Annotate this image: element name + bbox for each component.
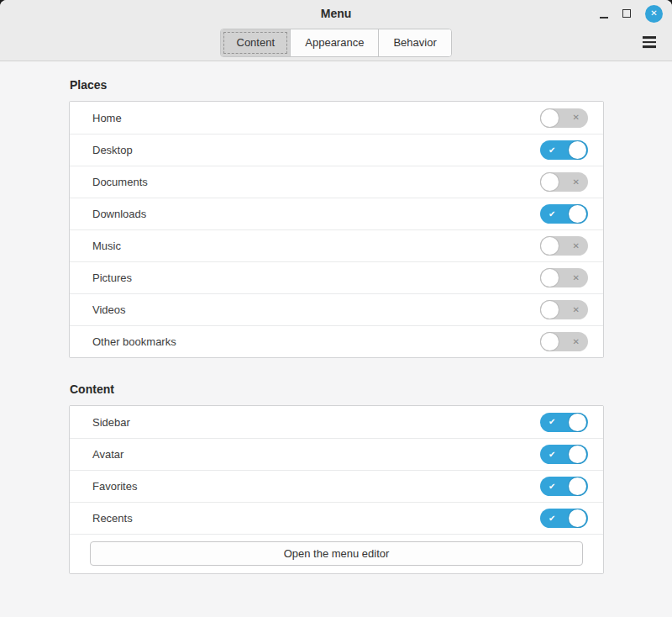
maximize-icon (622, 9, 631, 18)
settings-row: Music ✔ ✕ (70, 229, 603, 261)
toggle-switch[interactable]: ✔ ✕ (540, 172, 588, 192)
row-label: Music (92, 240, 121, 252)
settings-window: Menu ✕ Content Appearance Behavior (0, 0, 672, 617)
check-icon: ✔ (549, 451, 555, 459)
window-controls: ✕ (600, 0, 663, 27)
settings-row: Videos ✔ ✕ (70, 293, 603, 325)
open-menu-editor-button[interactable]: Open the menu editor (90, 541, 583, 566)
cross-icon: ✕ (573, 274, 580, 282)
toggle-switch[interactable]: ✔ ✕ (540, 300, 588, 319)
hamburger-icon (643, 36, 656, 39)
titlebar[interactable]: Menu ✕ (0, 0, 672, 27)
toggle-switch[interactable]: ✔ ✕ (540, 477, 588, 496)
settings-row: Pictures ✔ ✕ (70, 261, 603, 293)
switch-knob (569, 414, 586, 431)
section-heading: Content (70, 382, 604, 396)
row-label: Avatar (92, 448, 123, 461)
places-list: Home ✔ ✕ Desktop ✔ ✕ Documents ✔ ✕ Downl… (69, 101, 604, 358)
headerbar: Menu ✕ Content Appearance Behavior (0, 0, 672, 61)
tab-content[interactable]: Content (221, 29, 290, 56)
switch-knob (541, 173, 559, 191)
switch-knob (569, 509, 586, 527)
row-label: Documents (92, 176, 148, 188)
settings-row: Recents ✔ ✕ (70, 502, 603, 534)
tab-switcher-row: Content Appearance Behavior (0, 27, 672, 61)
section-content: Content Sidebar ✔ ✕ Avatar ✔ ✕ Favorites… (69, 382, 604, 574)
toggle-switch[interactable]: ✔ ✕ (540, 204, 588, 224)
settings-row: Other bookmarks ✔ ✕ (70, 325, 603, 357)
tab-behavior[interactable]: Behavior (378, 29, 450, 56)
switch-knob (541, 237, 559, 255)
check-icon: ✔ (549, 483, 555, 491)
settings-row: Desktop ✔ ✕ (70, 134, 603, 166)
settings-row: Sidebar ✔ ✕ (70, 406, 603, 438)
row-label: Favorites (92, 480, 137, 493)
switch-knob (569, 141, 586, 159)
row-label: Desktop (92, 144, 133, 156)
switch-knob (569, 446, 586, 463)
switch-knob (541, 333, 559, 351)
check-icon: ✔ (549, 210, 555, 219)
switch-knob (541, 269, 559, 287)
check-icon: ✔ (549, 146, 555, 155)
settings-row: Downloads ✔ ✕ (70, 198, 603, 229)
section-places: Places Home ✔ ✕ Desktop ✔ ✕ Documents ✔ … (69, 78, 604, 358)
check-icon: ✔ (549, 514, 555, 523)
settings-row: Documents ✔ ✕ (70, 166, 603, 198)
row-label: Pictures (92, 272, 132, 284)
close-icon: ✕ (650, 9, 657, 18)
toggle-switch[interactable]: ✔ ✕ (540, 332, 588, 351)
toggle-switch[interactable]: ✔ ✕ (540, 509, 588, 528)
switch-knob (569, 205, 586, 223)
switch-knob (541, 109, 559, 127)
toggle-switch[interactable]: ✔ ✕ (540, 108, 588, 128)
row-label: Downloads (92, 208, 146, 220)
cross-icon: ✕ (573, 242, 580, 250)
toggle-switch[interactable]: ✔ ✕ (540, 140, 588, 160)
row-label: Sidebar (92, 416, 130, 429)
tab-appearance[interactable]: Appearance (290, 29, 378, 56)
cross-icon: ✕ (573, 178, 580, 187)
check-icon: ✔ (549, 418, 555, 426)
close-button[interactable]: ✕ (645, 5, 663, 23)
cross-icon: ✕ (573, 338, 580, 346)
switch-knob (569, 477, 586, 495)
tab-switcher: Content Appearance Behavior (220, 29, 451, 57)
settings-row: Home ✔ ✕ (70, 102, 603, 134)
row-label: Other bookmarks (92, 335, 176, 348)
toggle-switch[interactable]: ✔ ✕ (540, 236, 588, 256)
minimize-icon (600, 12, 608, 18)
toggle-switch[interactable]: ✔ ✕ (540, 268, 588, 287)
cross-icon: ✕ (573, 113, 580, 122)
row-label: Videos (92, 303, 126, 316)
row-label: Recents (92, 512, 133, 525)
minimize-button[interactable] (600, 8, 608, 18)
cross-icon: ✕ (573, 306, 580, 314)
section-heading: Places (70, 78, 604, 92)
switch-knob (541, 301, 559, 319)
hamburger-menu-button[interactable] (641, 33, 658, 51)
toggle-switch[interactable]: ✔ ✕ (540, 445, 588, 464)
row-label: Home (92, 112, 122, 124)
settings-page: Places Home ✔ ✕ Desktop ✔ ✕ Documents ✔ … (0, 61, 672, 599)
settings-row: Avatar ✔ ✕ (70, 438, 603, 470)
maximize-button[interactable] (622, 9, 631, 18)
menu-editor-row: Open the menu editor (70, 534, 603, 573)
settings-row: Favorites ✔ ✕ (70, 470, 603, 502)
window-title: Menu (321, 7, 352, 20)
content-list: Sidebar ✔ ✕ Avatar ✔ ✕ Favorites ✔ ✕ Rec… (69, 405, 604, 574)
toggle-switch[interactable]: ✔ ✕ (540, 413, 588, 432)
